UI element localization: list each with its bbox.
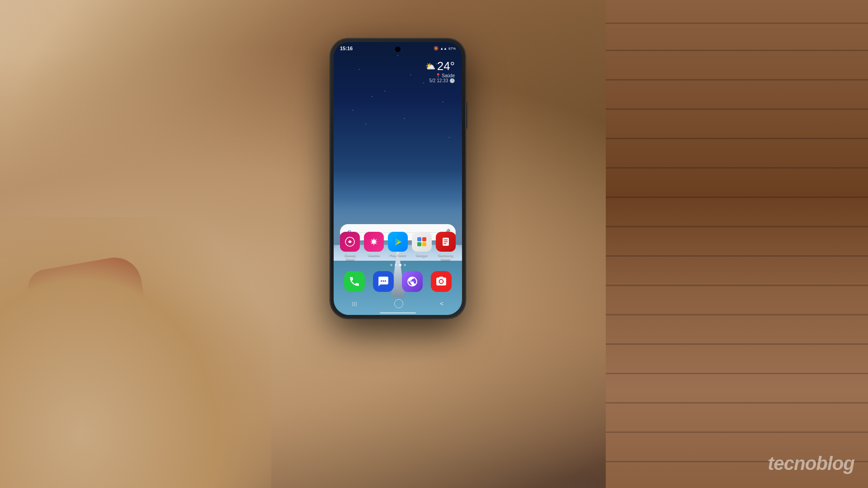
google-icon bbox=[412, 232, 432, 252]
galaxy-store-label: GalaxyStore bbox=[344, 253, 356, 262]
play-store-icon bbox=[388, 232, 408, 252]
app-grid: GalaxyStore Galeria bbox=[334, 232, 462, 265]
svg-rect-8 bbox=[422, 242, 426, 246]
galaxy-store-icon bbox=[340, 232, 360, 252]
location-pin-icon: 📍 bbox=[435, 73, 441, 78]
dot-4 bbox=[404, 264, 406, 266]
weather-location: 📍 Saúde bbox=[425, 73, 455, 78]
sofa bbox=[0, 217, 271, 488]
dock bbox=[340, 268, 456, 295]
google-label: Google bbox=[416, 253, 428, 258]
svg-point-14 bbox=[382, 280, 384, 282]
wood-slats bbox=[606, 0, 868, 488]
dock-phone[interactable] bbox=[344, 271, 365, 292]
watermark: tecnoblog bbox=[768, 453, 854, 474]
page-indicator bbox=[334, 264, 462, 266]
svg-point-15 bbox=[385, 280, 386, 282]
weather-date: 5/2 12:33 🕐 bbox=[425, 78, 455, 83]
samsung-notes-icon bbox=[436, 232, 456, 252]
dot-1 bbox=[390, 264, 392, 266]
weather-row: ⛅ 24° bbox=[425, 59, 455, 73]
mute-icon: 🔕 bbox=[434, 46, 439, 51]
galeria-icon bbox=[364, 232, 384, 252]
recents-button[interactable]: ||| bbox=[352, 301, 358, 306]
wood-panel bbox=[606, 0, 868, 488]
weather-temperature: 24° bbox=[437, 59, 455, 73]
status-icons: 🔕 ▲▲ 87% bbox=[434, 46, 456, 51]
front-camera bbox=[395, 47, 401, 52]
app-google[interactable]: Google bbox=[410, 232, 434, 262]
svg-rect-6 bbox=[422, 237, 426, 241]
phone-screen: 15:16 🔕 ▲▲ 87% ⛅ 24° 📍 Saúde 5/2 bbox=[334, 42, 462, 315]
battery-icon: 87% bbox=[448, 47, 456, 51]
weather-widget: ⛅ 24° 📍 Saúde 5/2 12:33 🕐 bbox=[425, 59, 455, 83]
app-row-main: GalaxyStore Galeria bbox=[334, 232, 462, 262]
home-button[interactable] bbox=[394, 299, 403, 308]
svg-rect-5 bbox=[417, 237, 421, 241]
dot-2 bbox=[395, 264, 397, 266]
wifi-icon: ▲▲ bbox=[440, 47, 447, 51]
status-time: 15:16 bbox=[340, 46, 353, 51]
svg-rect-7 bbox=[417, 242, 421, 246]
play-store-label: Play Store bbox=[390, 253, 406, 258]
galeria-label: Galeria bbox=[368, 253, 380, 258]
app-galaxy-store[interactable]: GalaxyStore bbox=[338, 232, 362, 262]
dock-camera[interactable] bbox=[431, 271, 452, 292]
samsung-notes-label: SamsungNotes bbox=[438, 253, 453, 262]
app-play-store[interactable]: Play Store bbox=[386, 232, 410, 262]
dock-messages[interactable] bbox=[373, 271, 394, 292]
navigation-bar: ||| < bbox=[334, 296, 462, 311]
phone-body: 15:16 🔕 ▲▲ 87% ⛅ 24° 📍 Saúde 5/2 bbox=[330, 38, 466, 319]
weather-sun-icon: ⛅ bbox=[425, 61, 435, 71]
back-button[interactable]: < bbox=[440, 300, 443, 307]
svg-point-13 bbox=[381, 280, 382, 282]
gesture-bar bbox=[380, 312, 416, 314]
phone-container: 15:16 🔕 ▲▲ 87% ⛅ 24° 📍 Saúde 5/2 bbox=[330, 38, 466, 319]
app-galeria[interactable]: Galeria bbox=[362, 232, 386, 262]
app-samsung-notes[interactable]: SamsungNotes bbox=[434, 232, 458, 262]
dot-3 bbox=[399, 264, 401, 266]
dock-browser[interactable] bbox=[402, 271, 423, 292]
clock-icon: 🕐 bbox=[449, 78, 455, 83]
